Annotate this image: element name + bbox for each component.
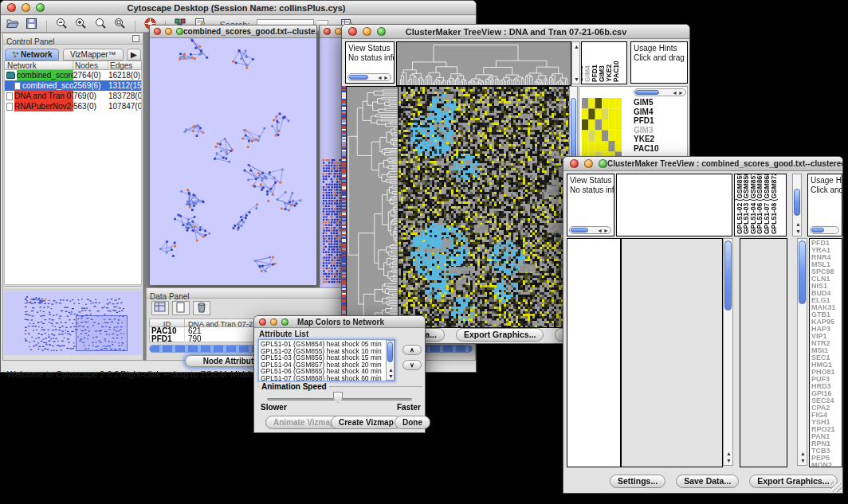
row-dendrogram[interactable] <box>346 86 398 328</box>
panel-splitter[interactable] <box>4 286 142 291</box>
treeview-combined-buttons: Settings...Save Data...Export Graphics..… <box>610 475 841 490</box>
close-button[interactable] <box>259 318 266 326</box>
zoom-button[interactable] <box>36 3 45 12</box>
network-table-row[interactable]: combined_scores 2764(0) 16218(0) <box>5 70 141 80</box>
gene-label[interactable]: PAC10 <box>634 144 686 154</box>
network-icon <box>6 92 13 100</box>
close-button[interactable] <box>570 159 579 168</box>
main-window-title: Cytoscape Desktop (Session Name: collins… <box>45 3 428 13</box>
column-labels-rotated: GIM5GIM4PFD1GIM3YKE2PAC10 <box>581 41 627 84</box>
gene-label-list: GIM5GIM4PFD1GIM3YKE2PAC10 <box>634 98 686 153</box>
slider-max-label: Faster <box>397 403 421 412</box>
close-button[interactable] <box>7 3 16 12</box>
gene-label[interactable]: GIM3 <box>634 126 686 135</box>
gene-label[interactable]: YKE2 <box>634 135 686 144</box>
network-table-header: Network Nodes Edges <box>4 61 142 70</box>
zoom-button[interactable] <box>176 28 183 35</box>
open-session-button[interactable] <box>4 17 20 31</box>
gene-label-list: PFD1YRA1RNR4MSL1SPC98CLN1NIS1BUD4ELG1MAK… <box>809 238 842 467</box>
dialog-title: Map Colors to Network <box>289 318 393 326</box>
attribute-list-vscrollbar[interactable]: ▲▼ <box>386 340 395 381</box>
network-table-row[interactable]: combined_sco 2569(6) 13112(15) <box>5 80 141 91</box>
data-panel-title: Data Panel <box>147 292 189 301</box>
treeview-button[interactable]: Export Graphics... <box>749 475 837 488</box>
save-session-button[interactable] <box>23 17 39 31</box>
toolbar-separator <box>135 21 135 33</box>
column-tree-area[interactable] <box>616 174 732 236</box>
zoom-fit-icon[interactable] <box>92 17 108 31</box>
treeview-button[interactable]: Settings... <box>610 475 665 488</box>
view-status-box: View Status No status info f ◄► <box>345 41 395 84</box>
network-table: combined_scores 2764(0) 16218(0) combine… <box>4 70 142 285</box>
window-controls <box>1 3 45 12</box>
row-dendrogram[interactable] <box>567 238 621 467</box>
network-table-row[interactable]: RNAPuberNov2+ 563(0) 107847(0) <box>5 101 141 111</box>
create-vizmap-button[interactable]: Create Vizmap <box>331 416 402 429</box>
heatmap-global[interactable] <box>621 238 723 467</box>
zoom-button[interactable] <box>281 318 289 326</box>
network-overview[interactable] <box>4 291 142 355</box>
close-button[interactable] <box>348 27 357 36</box>
control-panel: Control Panel Network VizMapper™ ▶ Netwo… <box>2 33 143 361</box>
minimize-button[interactable] <box>165 28 172 35</box>
gene-label[interactable]: GIM5 <box>634 98 686 107</box>
minimize-button[interactable] <box>584 159 593 168</box>
network-table-row[interactable]: DNA and Tran 07 769(0) 183728(0) <box>5 91 141 101</box>
desktop: { "colors": { "accent_blue":"#3d6fd1", "… <box>0 0 848 504</box>
usage-hints-box: Usage Hints Click and drag to <box>630 41 688 84</box>
network-view-window-1: combined_scores_good.txt--cluste... <box>149 25 317 286</box>
view-status-box: View Status No status info f ◄► <box>567 174 614 236</box>
treeview-button[interactable]: Export Graphics... <box>456 328 544 342</box>
usage-hints-box: Usage Hi Click and <box>807 174 842 236</box>
gene-label[interactable]: GIM4 <box>634 107 686 117</box>
treeview-window-combined: ClusterMaker TreeView : combined_scores_… <box>563 156 843 494</box>
new-attribute-icon[interactable] <box>172 301 190 315</box>
tab-overflow-arrow[interactable]: ▶ <box>127 49 141 61</box>
zoom-in-icon[interactable] <box>73 17 89 31</box>
minimize-button[interactable] <box>363 27 371 36</box>
resize-grip[interactable] <box>831 482 842 492</box>
done-button[interactable]: Done <box>395 416 430 429</box>
network-icon <box>14 82 21 90</box>
tab-vizmapper[interactable]: VizMapper™ <box>63 49 124 61</box>
zoom-selected-icon[interactable] <box>112 17 128 31</box>
usage-hints-hscrollbar[interactable] <box>810 226 839 234</box>
zoom-button[interactable] <box>377 27 386 36</box>
zoom-hscrollbar[interactable]: ◄► <box>634 88 686 96</box>
minimize-button[interactable] <box>22 3 30 12</box>
heatmap-zoom[interactable] <box>740 238 787 467</box>
treeview-combined-title: ClusterMaker TreeView : combined_scores_… <box>607 159 842 168</box>
zoom-out-icon[interactable] <box>53 17 69 31</box>
status-hint-zoom: Right-click + drag to ZOOM <box>120 369 227 379</box>
heatmap-zoom-matrix[interactable] <box>582 98 622 162</box>
heatmap-vscrollbar[interactable]: ▲▼ <box>723 238 733 466</box>
treeview-dna-title: ClusterMaker TreeView : DNA and Tran 07-… <box>386 27 646 37</box>
zoom-button[interactable] <box>599 159 607 168</box>
speed-slider-thumb[interactable] <box>333 392 343 403</box>
attribute-list-label: Attribute List <box>259 330 308 338</box>
close-button[interactable] <box>154 28 161 35</box>
delete-attribute-icon[interactable] <box>193 301 210 315</box>
main-titlebar[interactable]: Cytoscape Desktop (Session Name: collins… <box>1 1 476 15</box>
column-dendrogram[interactable] <box>396 41 571 86</box>
close-button[interactable] <box>324 28 331 35</box>
treeview-button[interactable]: Save Data... <box>676 475 739 488</box>
attribute-list-item[interactable]: GPL51-07 (GSM868) heat shock 60 min <box>261 375 393 381</box>
zoom-vscrollbar[interactable]: ▲▼ <box>797 238 807 466</box>
gene-label[interactable]: MON2 <box>811 462 842 467</box>
view-status-hscrollbar[interactable]: ◄► <box>347 73 391 81</box>
column-tree-scroll-strip[interactable]: ▲▼ <box>571 41 580 84</box>
heatmap-global[interactable] <box>398 86 570 328</box>
view-status-hscrollbar[interactable]: ◄► <box>569 226 611 234</box>
move-up-button[interactable]: ∧ <box>402 345 422 355</box>
attribute-list[interactable]: GPL51-01 (GSM854) heat shock 05 minGPL51… <box>258 339 395 381</box>
network-canvas[interactable] <box>150 38 316 285</box>
table-icon[interactable] <box>151 301 169 315</box>
tab-network[interactable]: Network <box>5 49 59 61</box>
toolbar-separator <box>46 21 47 33</box>
move-down-button[interactable]: ∨ <box>402 360 422 370</box>
minimize-button[interactable] <box>270 318 277 326</box>
column-labels-vscrollbar[interactable]: ▲▼ <box>792 174 802 236</box>
gene-label[interactable]: PFD1 <box>634 116 686 126</box>
float-panel-icon[interactable] <box>132 35 139 42</box>
